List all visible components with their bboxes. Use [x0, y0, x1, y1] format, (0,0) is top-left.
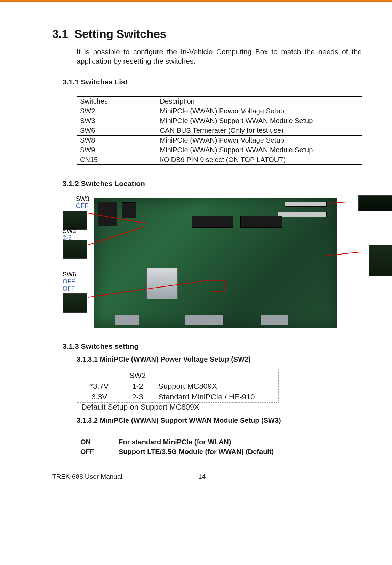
sw3-table: ON For standard MiniPCIe (for WLAN) OFF … — [77, 437, 292, 457]
connector — [192, 216, 233, 228]
heading-311: 3.1.1 Switches List — [63, 78, 367, 86]
switch-thumb-sw9 — [358, 195, 392, 211]
table-row: Switches Description — [77, 96, 362, 106]
table-row: ON For standard MiniPCIe (for WLAN) — [77, 437, 292, 447]
cpu-chip — [146, 268, 178, 299]
table-row: SW2 — [77, 370, 279, 381]
section-number: 3.1 — [52, 27, 68, 41]
heading-313: 3.1.3 Switches setting — [63, 342, 367, 350]
switch-thumb-sw6 — [63, 293, 87, 313]
board-diagram: SW3 OFF SW2 2-3 SW6 OFF OFF SW9 ON SW8 2… — [63, 193, 390, 332]
table-row: *3.7V 1-2 Support MC809X — [77, 381, 279, 392]
page-body: 3.1 Setting Switches It is possible to c… — [0, 2, 392, 491]
switch-thumb-sw8 — [369, 245, 392, 276]
table-row: OFF Support LTE/3.5G Module (for WWAN) (… — [77, 447, 292, 457]
port — [261, 315, 288, 325]
sw2-table: SW2 *3.7V 1-2 Support MC809X 3.3V 2-3 St… — [77, 370, 279, 403]
slot — [285, 202, 327, 207]
connector — [122, 202, 136, 218]
table-row: SW2MiniPCIe (WWAN) Power Voltage Setup — [77, 106, 362, 116]
heading-3132: 3.1.3.2 MiniPCIe (WWAN) Support WWAN Mod… — [77, 417, 367, 425]
section-heading: 3.1 Setting Switches — [52, 27, 367, 41]
port — [115, 315, 139, 325]
table-row: SW3MiniPCIe (WWAN) Support WWAN Module S… — [77, 116, 362, 126]
footer-page-number: 14 — [198, 473, 206, 481]
connector — [98, 202, 117, 226]
heading-3131: 3.1.3.1 MiniPCIe (WWAN) Power Voltage Se… — [77, 355, 367, 363]
heading-312: 3.1.2 Switches Location — [63, 179, 367, 188]
table-row: SW9MiniPCIe (WWAN) Support WWAN Module S… — [77, 145, 362, 155]
pcb-board — [94, 198, 337, 328]
page-footer: TREK-688 User Manual 14 — [0, 473, 392, 481]
table-row: SW6CAN BUS Termerater (Only for test use… — [77, 126, 362, 135]
switches-list-table: Switches Description SW2MiniPCIe (WWAN) … — [77, 96, 362, 165]
col-header: Description — [157, 96, 362, 106]
callout-sw2: SW2 2-3 — [63, 227, 76, 242]
port — [185, 315, 223, 325]
highlight-box — [213, 280, 225, 292]
section-title: Setting Switches — [74, 27, 166, 41]
switch-thumb-sw3 — [63, 211, 87, 230]
table-row: SW8MiniPCIe (WWAN) Power Voltage Setup — [77, 135, 362, 145]
footer-doc-title: TREK-688 User Manual — [52, 473, 198, 481]
section-intro: It is possible to configure the In-Vehic… — [77, 47, 362, 66]
sw2-default-note: Default Setup on Support MC809X — [81, 403, 367, 412]
slot — [278, 212, 327, 217]
table-row: 3.3V 2-3 Standard MiniPCIe / HE-910 — [77, 392, 279, 402]
table-row: CN15I/O DB9 PIN 9 select (ON TOP LATOUT) — [77, 155, 362, 164]
callout-sw3: SW3 OFF — [76, 195, 89, 210]
connector — [240, 216, 282, 228]
switch-thumb-sw2 — [63, 240, 87, 259]
callout-sw6: SW6 OFF OFF — [63, 271, 76, 292]
col-header: Switches — [77, 96, 157, 106]
